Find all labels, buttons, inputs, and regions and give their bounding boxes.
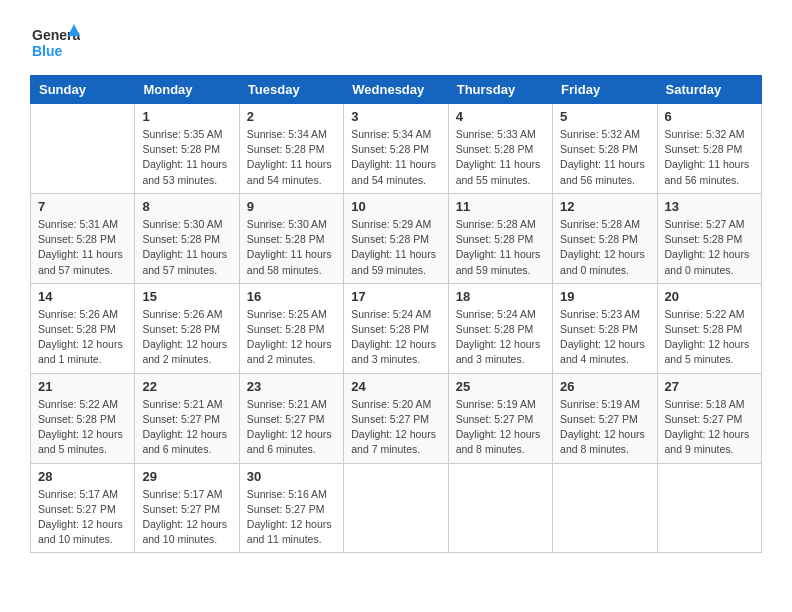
day-number: 29	[142, 469, 231, 484]
calendar-cell: 11Sunrise: 5:28 AMSunset: 5:28 PMDayligh…	[448, 193, 552, 283]
calendar-cell	[657, 463, 761, 553]
logo-svg: General Blue	[30, 20, 80, 65]
calendar-cell: 9Sunrise: 5:30 AMSunset: 5:28 PMDaylight…	[239, 193, 343, 283]
day-info: Sunrise: 5:17 AMSunset: 5:27 PMDaylight:…	[142, 487, 231, 548]
day-number: 28	[38, 469, 127, 484]
day-info: Sunrise: 5:25 AMSunset: 5:28 PMDaylight:…	[247, 307, 336, 368]
day-number: 14	[38, 289, 127, 304]
day-info: Sunrise: 5:26 AMSunset: 5:28 PMDaylight:…	[142, 307, 231, 368]
calendar-cell: 6Sunrise: 5:32 AMSunset: 5:28 PMDaylight…	[657, 104, 761, 194]
calendar-week-row: 1Sunrise: 5:35 AMSunset: 5:28 PMDaylight…	[31, 104, 762, 194]
day-number: 3	[351, 109, 440, 124]
calendar-cell: 28Sunrise: 5:17 AMSunset: 5:27 PMDayligh…	[31, 463, 135, 553]
day-info: Sunrise: 5:21 AMSunset: 5:27 PMDaylight:…	[247, 397, 336, 458]
weekday-header-wednesday: Wednesday	[344, 76, 448, 104]
svg-text:Blue: Blue	[32, 43, 63, 59]
day-info: Sunrise: 5:34 AMSunset: 5:28 PMDaylight:…	[247, 127, 336, 188]
weekday-header-thursday: Thursday	[448, 76, 552, 104]
calendar-header-row: SundayMondayTuesdayWednesdayThursdayFrid…	[31, 76, 762, 104]
calendar-cell: 22Sunrise: 5:21 AMSunset: 5:27 PMDayligh…	[135, 373, 239, 463]
day-number: 27	[665, 379, 754, 394]
weekday-header-saturday: Saturday	[657, 76, 761, 104]
calendar-cell: 25Sunrise: 5:19 AMSunset: 5:27 PMDayligh…	[448, 373, 552, 463]
day-info: Sunrise: 5:28 AMSunset: 5:28 PMDaylight:…	[456, 217, 545, 278]
day-number: 13	[665, 199, 754, 214]
day-number: 7	[38, 199, 127, 214]
day-info: Sunrise: 5:16 AMSunset: 5:27 PMDaylight:…	[247, 487, 336, 548]
day-info: Sunrise: 5:17 AMSunset: 5:27 PMDaylight:…	[38, 487, 127, 548]
day-info: Sunrise: 5:30 AMSunset: 5:28 PMDaylight:…	[142, 217, 231, 278]
weekday-header-tuesday: Tuesday	[239, 76, 343, 104]
page-header: General Blue	[30, 20, 762, 65]
calendar-cell: 27Sunrise: 5:18 AMSunset: 5:27 PMDayligh…	[657, 373, 761, 463]
calendar-cell: 10Sunrise: 5:29 AMSunset: 5:28 PMDayligh…	[344, 193, 448, 283]
calendar-cell	[31, 104, 135, 194]
day-info: Sunrise: 5:33 AMSunset: 5:28 PMDaylight:…	[456, 127, 545, 188]
day-info: Sunrise: 5:19 AMSunset: 5:27 PMDaylight:…	[560, 397, 649, 458]
day-number: 10	[351, 199, 440, 214]
weekday-header-sunday: Sunday	[31, 76, 135, 104]
calendar-cell: 18Sunrise: 5:24 AMSunset: 5:28 PMDayligh…	[448, 283, 552, 373]
day-info: Sunrise: 5:28 AMSunset: 5:28 PMDaylight:…	[560, 217, 649, 278]
day-number: 24	[351, 379, 440, 394]
day-number: 17	[351, 289, 440, 304]
calendar-cell: 12Sunrise: 5:28 AMSunset: 5:28 PMDayligh…	[553, 193, 657, 283]
day-number: 11	[456, 199, 545, 214]
calendar-cell: 8Sunrise: 5:30 AMSunset: 5:28 PMDaylight…	[135, 193, 239, 283]
day-number: 4	[456, 109, 545, 124]
calendar-cell: 19Sunrise: 5:23 AMSunset: 5:28 PMDayligh…	[553, 283, 657, 373]
calendar-cell: 17Sunrise: 5:24 AMSunset: 5:28 PMDayligh…	[344, 283, 448, 373]
day-info: Sunrise: 5:24 AMSunset: 5:28 PMDaylight:…	[456, 307, 545, 368]
calendar-cell: 26Sunrise: 5:19 AMSunset: 5:27 PMDayligh…	[553, 373, 657, 463]
calendar-week-row: 28Sunrise: 5:17 AMSunset: 5:27 PMDayligh…	[31, 463, 762, 553]
day-info: Sunrise: 5:19 AMSunset: 5:27 PMDaylight:…	[456, 397, 545, 458]
day-info: Sunrise: 5:35 AMSunset: 5:28 PMDaylight:…	[142, 127, 231, 188]
day-number: 16	[247, 289, 336, 304]
calendar-cell: 2Sunrise: 5:34 AMSunset: 5:28 PMDaylight…	[239, 104, 343, 194]
calendar-cell: 15Sunrise: 5:26 AMSunset: 5:28 PMDayligh…	[135, 283, 239, 373]
calendar-cell: 29Sunrise: 5:17 AMSunset: 5:27 PMDayligh…	[135, 463, 239, 553]
day-number: 8	[142, 199, 231, 214]
calendar-cell: 21Sunrise: 5:22 AMSunset: 5:28 PMDayligh…	[31, 373, 135, 463]
day-number: 19	[560, 289, 649, 304]
calendar-cell	[344, 463, 448, 553]
calendar-cell: 4Sunrise: 5:33 AMSunset: 5:28 PMDaylight…	[448, 104, 552, 194]
day-number: 20	[665, 289, 754, 304]
day-number: 26	[560, 379, 649, 394]
day-info: Sunrise: 5:24 AMSunset: 5:28 PMDaylight:…	[351, 307, 440, 368]
logo: General Blue	[30, 20, 80, 65]
day-number: 21	[38, 379, 127, 394]
day-number: 30	[247, 469, 336, 484]
day-number: 12	[560, 199, 649, 214]
day-info: Sunrise: 5:26 AMSunset: 5:28 PMDaylight:…	[38, 307, 127, 368]
day-info: Sunrise: 5:22 AMSunset: 5:28 PMDaylight:…	[38, 397, 127, 458]
day-info: Sunrise: 5:27 AMSunset: 5:28 PMDaylight:…	[665, 217, 754, 278]
calendar-cell: 20Sunrise: 5:22 AMSunset: 5:28 PMDayligh…	[657, 283, 761, 373]
calendar-cell: 1Sunrise: 5:35 AMSunset: 5:28 PMDaylight…	[135, 104, 239, 194]
calendar-cell	[448, 463, 552, 553]
day-number: 23	[247, 379, 336, 394]
day-number: 22	[142, 379, 231, 394]
calendar-cell: 14Sunrise: 5:26 AMSunset: 5:28 PMDayligh…	[31, 283, 135, 373]
day-info: Sunrise: 5:20 AMSunset: 5:27 PMDaylight:…	[351, 397, 440, 458]
calendar-cell: 3Sunrise: 5:34 AMSunset: 5:28 PMDaylight…	[344, 104, 448, 194]
calendar-week-row: 14Sunrise: 5:26 AMSunset: 5:28 PMDayligh…	[31, 283, 762, 373]
day-number: 2	[247, 109, 336, 124]
day-info: Sunrise: 5:21 AMSunset: 5:27 PMDaylight:…	[142, 397, 231, 458]
day-info: Sunrise: 5:29 AMSunset: 5:28 PMDaylight:…	[351, 217, 440, 278]
weekday-header-monday: Monday	[135, 76, 239, 104]
calendar-cell: 7Sunrise: 5:31 AMSunset: 5:28 PMDaylight…	[31, 193, 135, 283]
calendar-cell: 30Sunrise: 5:16 AMSunset: 5:27 PMDayligh…	[239, 463, 343, 553]
calendar-cell: 24Sunrise: 5:20 AMSunset: 5:27 PMDayligh…	[344, 373, 448, 463]
calendar-cell: 5Sunrise: 5:32 AMSunset: 5:28 PMDaylight…	[553, 104, 657, 194]
day-number: 6	[665, 109, 754, 124]
day-number: 25	[456, 379, 545, 394]
day-info: Sunrise: 5:32 AMSunset: 5:28 PMDaylight:…	[560, 127, 649, 188]
calendar-week-row: 21Sunrise: 5:22 AMSunset: 5:28 PMDayligh…	[31, 373, 762, 463]
day-info: Sunrise: 5:32 AMSunset: 5:28 PMDaylight:…	[665, 127, 754, 188]
day-info: Sunrise: 5:34 AMSunset: 5:28 PMDaylight:…	[351, 127, 440, 188]
day-number: 5	[560, 109, 649, 124]
calendar-cell: 16Sunrise: 5:25 AMSunset: 5:28 PMDayligh…	[239, 283, 343, 373]
day-number: 9	[247, 199, 336, 214]
day-info: Sunrise: 5:30 AMSunset: 5:28 PMDaylight:…	[247, 217, 336, 278]
